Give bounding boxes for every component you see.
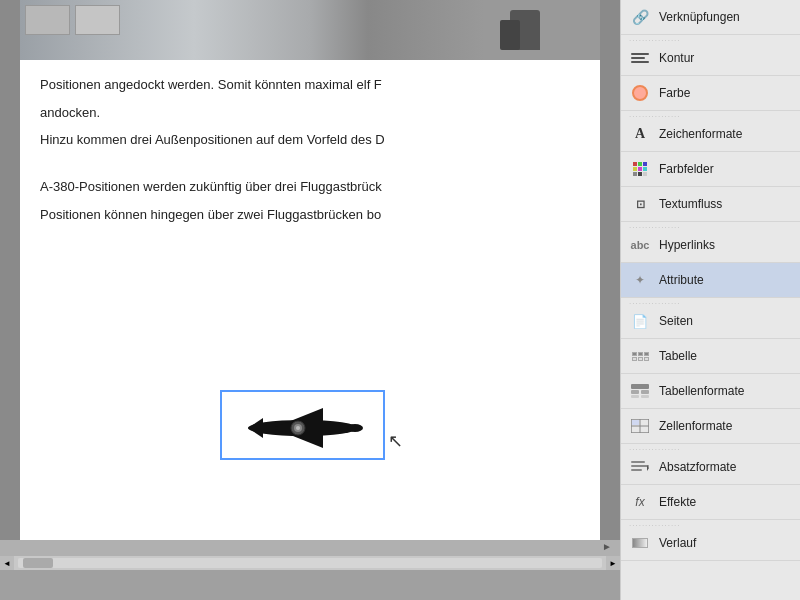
text-line-2: andocken. <box>40 103 580 123</box>
sidebar-item-absatzformate[interactable]: Absatzformate <box>621 450 800 485</box>
sidebar-item-verknuepfungen[interactable]: 🔗 Verknüpfungen <box>621 0 800 35</box>
sidebar-label-effekte: Effekte <box>659 495 792 509</box>
sidebar-item-tabelle[interactable]: Tabelle <box>621 339 800 374</box>
image-thumb-2 <box>75 5 120 35</box>
sidebar-label-zeichenformate: Zeichenformate <box>659 127 792 141</box>
sidebar: 🔗 Verknüpfungen Kontur Farbe A Zeichenfo… <box>620 0 800 600</box>
sidebar-label-attribute: Attribute <box>659 273 792 287</box>
bottom-gray-bar <box>0 570 620 600</box>
sidebar-item-zellenformate[interactable]: Zellenformate <box>621 409 800 444</box>
sidebar-label-textumfluss: Textumfluss <box>659 197 792 211</box>
sidebar-label-tabelle: Tabelle <box>659 349 792 363</box>
svg-rect-12 <box>631 395 639 398</box>
kontur-icon <box>629 47 651 69</box>
sidebar-label-verknuepfungen: Verknüpfungen <box>659 10 792 24</box>
sidebar-label-tabellenformate: Tabellenformate <box>659 384 792 398</box>
chain-icon: 🔗 <box>629 6 651 28</box>
absatzformate-icon <box>629 456 651 478</box>
sidebar-item-farbfelder[interactable]: Farbfelder <box>621 152 800 187</box>
svg-rect-11 <box>641 390 649 394</box>
svg-rect-13 <box>641 395 649 398</box>
sidebar-item-seiten[interactable]: 📄 Seiten <box>621 304 800 339</box>
image-thumb-1 <box>25 5 70 35</box>
svg-point-5 <box>347 424 363 432</box>
tabelle-icon <box>629 345 651 367</box>
sidebar-label-zellenformate: Zellenformate <box>659 419 792 433</box>
page-arrow: ► <box>602 541 612 552</box>
sidebar-item-attribute[interactable]: ✦ Attribute <box>621 263 800 298</box>
svg-marker-3 <box>248 418 263 428</box>
svg-marker-4 <box>248 428 263 438</box>
sidebar-label-absatzformate: Absatzformate <box>659 460 792 474</box>
farbe-icon <box>629 82 651 104</box>
svg-rect-20 <box>631 469 642 471</box>
sidebar-item-tabellenformate[interactable]: Tabellenformate <box>621 374 800 409</box>
textumfluss-icon: ⊡ <box>629 193 651 215</box>
sidebar-item-kontur[interactable]: Kontur <box>621 41 800 76</box>
sidebar-item-farbe[interactable]: Farbe <box>621 76 800 111</box>
scrollbar-track[interactable] <box>18 558 602 568</box>
image-strip <box>20 0 600 60</box>
text-line-1: Positionen angedockt werden. Somit könnt… <box>40 75 580 95</box>
svg-rect-17 <box>632 420 639 425</box>
scroll-right-button[interactable]: ► <box>606 556 620 570</box>
cursor: ↖ <box>388 430 403 452</box>
sidebar-item-textumfluss[interactable]: ⊡ Textumfluss <box>621 187 800 222</box>
sidebar-item-zeichenformate[interactable]: A Zeichenformate <box>621 117 800 152</box>
seiten-icon: 📄 <box>629 310 651 332</box>
sidebar-item-hyperlinks[interactable]: abc Hyperlinks <box>621 228 800 263</box>
verlauf-icon <box>629 532 651 554</box>
scroll-left-button[interactable]: ◄ <box>0 556 14 570</box>
document-page: Positionen angedockt werden. Somit könnt… <box>20 0 600 540</box>
airplane-svg <box>233 398 373 453</box>
zellenformate-icon <box>629 415 651 437</box>
sidebar-item-verlauf[interactable]: Verlauf <box>621 526 800 561</box>
bottom-scrollbar[interactable]: ◄ ► <box>0 556 620 570</box>
sidebar-label-verlauf: Verlauf <box>659 536 792 550</box>
svg-rect-19 <box>631 465 649 467</box>
text-line-3: Hinzu kommen drei Außenpositionen auf de… <box>40 130 580 150</box>
farbfelder-icon <box>629 158 651 180</box>
scrollbar-thumb[interactable] <box>23 558 53 568</box>
text-line-4: A-380-Positionen werden zukünftig über d… <box>40 177 580 197</box>
svg-rect-18 <box>631 461 645 463</box>
sidebar-item-effekte[interactable]: fx Effekte <box>621 485 800 520</box>
sidebar-label-farbfelder: Farbfelder <box>659 162 792 176</box>
sidebar-label-farbe: Farbe <box>659 86 792 100</box>
effekte-icon: fx <box>629 491 651 513</box>
sidebar-label-hyperlinks: Hyperlinks <box>659 238 792 252</box>
svg-rect-10 <box>631 390 639 394</box>
main-content: Positionen angedockt werden. Somit könnt… <box>0 0 620 600</box>
svg-point-8 <box>296 426 300 430</box>
hyperlinks-icon: abc <box>629 234 651 256</box>
text-line-5: Positionen können hingegen über zwei Flu… <box>40 205 580 225</box>
sidebar-label-seiten: Seiten <box>659 314 792 328</box>
tabellenformate-icon <box>629 380 651 402</box>
svg-rect-9 <box>631 384 649 389</box>
sidebar-label-kontur: Kontur <box>659 51 792 65</box>
selected-image[interactable] <box>220 390 385 460</box>
attribute-icon: ✦ <box>629 269 651 291</box>
document-text-area: Positionen angedockt werden. Somit könnt… <box>20 60 600 247</box>
zeichenformate-icon: A <box>629 123 651 145</box>
page-area: Positionen angedockt werden. Somit könnt… <box>0 0 620 540</box>
